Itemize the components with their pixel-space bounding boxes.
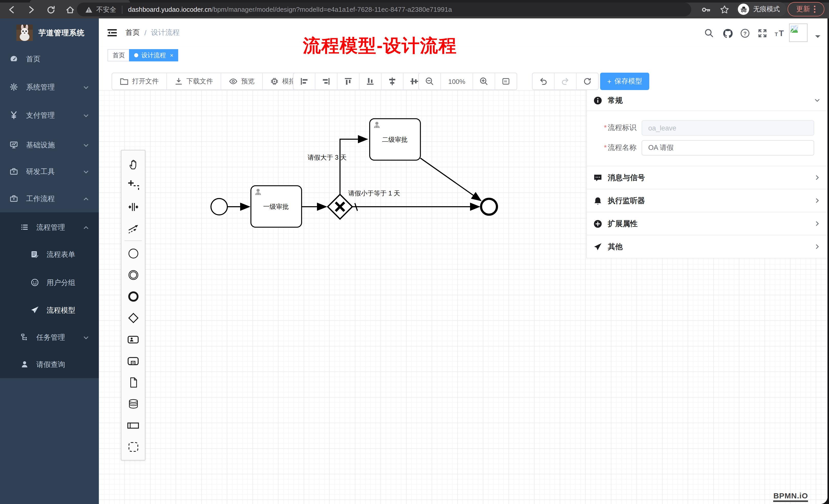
create-data-object[interactable] [124,372,142,393]
preview-label: 预览 [241,77,254,86]
github-icon[interactable] [722,28,733,38]
sidebar-item-label: 首页 [26,55,40,63]
sidebar-item-leave-query[interactable]: 请假查询 [0,354,99,375]
sidebar-item-label: 流程模型 [46,306,75,314]
plus-circle-icon [593,219,602,228]
download-file-button[interactable]: 下载文件 [167,73,221,89]
create-gateway[interactable] [124,307,142,328]
undo-button[interactable] [533,73,554,89]
panel-section-extended-properties[interactable]: 扩展属性 [587,212,827,235]
sidebar-item-dev-tools[interactable]: 研发工具 [0,161,99,182]
font-size-icon[interactable]: TT [774,28,785,38]
create-participant[interactable] [124,415,142,436]
create-data-store[interactable] [124,393,142,415]
sidebar-item-infrastructure[interactable]: 基础设施 [0,134,99,155]
bpmn-palette [121,150,145,461]
panel-section-other[interactable]: 其他 [587,235,827,258]
restart-button[interactable] [577,73,598,89]
zoom-out-button[interactable] [419,73,441,89]
password-key-icon[interactable] [700,4,712,15]
create-group[interactable] [124,436,142,458]
process-key-input[interactable] [642,120,814,135]
lasso-tool[interactable] [124,175,142,196]
url-host[interactable]: dashboard.yudao.iocoder.cn [128,6,212,13]
sidebar-item-home[interactable]: 首页 [0,49,99,69]
sidebar-item-label: 用户分组 [46,278,75,286]
chevron-down-icon [83,335,89,341]
panel-section-general[interactable]: 常规 [587,90,827,111]
create-user-task[interactable] [124,328,142,350]
start-event[interactable] [211,198,227,215]
user-task-second-approve[interactable]: 二级审批 [370,119,421,160]
yen-icon [10,111,18,119]
reload-button[interactable] [45,4,56,15]
create-intermediate-event[interactable] [124,264,142,285]
align-right-button[interactable] [316,73,337,89]
hand-tool[interactable] [124,153,142,175]
svg-text:T: T [779,29,784,38]
panel-section-execution-listeners[interactable]: 执行监听器 [587,189,827,212]
avatar[interactable] [789,24,807,42]
open-file-button[interactable]: 打开文件 [112,73,167,89]
active-tab-dot [134,53,138,57]
bell-icon [593,196,602,205]
hamburger-icon[interactable] [107,28,118,38]
sidebar-item-payment[interactable]: 支付管理 [0,105,99,125]
create-subprocess[interactable] [124,350,142,372]
process-key-field-row: *流程标识 [587,120,827,135]
create-start-event[interactable] [124,242,142,264]
exclusive-gateway[interactable] [328,194,352,219]
section-title: 扩展属性 [608,219,638,228]
sidebar-item-workflow[interactable]: 工作流程 [0,188,99,209]
flow-gateway-to-second-approve[interactable] [340,139,367,194]
back-button[interactable] [6,4,17,15]
home-button[interactable] [65,4,76,15]
list-icon [21,223,29,231]
bpmn-io-watermark[interactable]: BPMN.iO [773,491,808,502]
help-icon[interactable]: ? [740,28,750,38]
browser-active-tab[interactable] [30,0,130,3]
save-model-button[interactable]: + 保存模型 [600,73,649,90]
create-end-event[interactable] [124,285,142,307]
reset-viewport-button[interactable] [495,73,517,89]
zoom-in-button[interactable] [473,73,495,89]
preview-button[interactable]: 预览 [221,73,263,89]
end-event[interactable] [481,199,497,215]
panel-section-messages-signals[interactable]: 消息与信号 [587,166,827,189]
global-connect-tool[interactable] [124,218,142,239]
align-left-button[interactable] [293,73,316,89]
search-icon[interactable] [704,28,714,38]
url-bar[interactable]: 不安全 dashboard.yudao.iocoder.cn/bpm/manag… [77,3,691,16]
bpmn-diagram: 请假大于 3 天 请假小于等于 1 天 一级审批 [99,90,611,331]
caret-down-icon[interactable] [815,35,821,39]
sidebar-item-system[interactable]: 系统管理 [0,77,99,97]
align-bottom-icon [366,77,375,86]
sidebar-item-process-form[interactable]: 流程表单 [0,244,99,265]
align-bottom-button[interactable] [359,73,382,89]
flow-second-approve-to-end[interactable] [421,158,481,201]
process-name-input[interactable] [642,140,814,156]
redo-button[interactable] [554,73,577,89]
fullscreen-icon[interactable] [757,28,767,38]
sidebar-item-task-mgmt[interactable]: 任务管理 [0,327,99,347]
edge-label-gt3days[interactable]: 请假大于 3 天 [308,154,347,161]
breadcrumb-home[interactable]: 首页 [125,28,140,37]
chrome-update-button[interactable]: 更新 [788,2,824,16]
url-path[interactable]: /bpm/manager/model/design?modelId=e4a1a1… [212,6,452,13]
sidebar-item-process-model[interactable]: 流程模型 [0,300,99,320]
user-task-first-approve[interactable]: 一级审批 [251,186,301,227]
tab-home[interactable]: 首页 [108,49,130,62]
chevron-down-icon [83,84,89,90]
edge-label-le1day[interactable]: 请假小于等于 1 天 [348,190,400,197]
app-logo-row[interactable]: 芋道管理系统 [0,18,99,47]
security-label[interactable]: 不安全 [96,5,116,14]
align-top-button[interactable] [337,73,359,89]
sidebar-item-user-group[interactable]: 用户分组 [0,272,99,293]
tab-close-icon[interactable]: × [170,52,173,58]
tab-design-process[interactable]: 设计流程 × [129,49,178,62]
align-center-horizontal-button[interactable] [382,73,403,89]
bookmark-star-icon[interactable] [719,4,730,15]
space-tool[interactable] [124,196,142,218]
sidebar-item-process-mgmt[interactable]: 流程管理 [0,217,99,237]
forward-button[interactable] [26,4,37,15]
